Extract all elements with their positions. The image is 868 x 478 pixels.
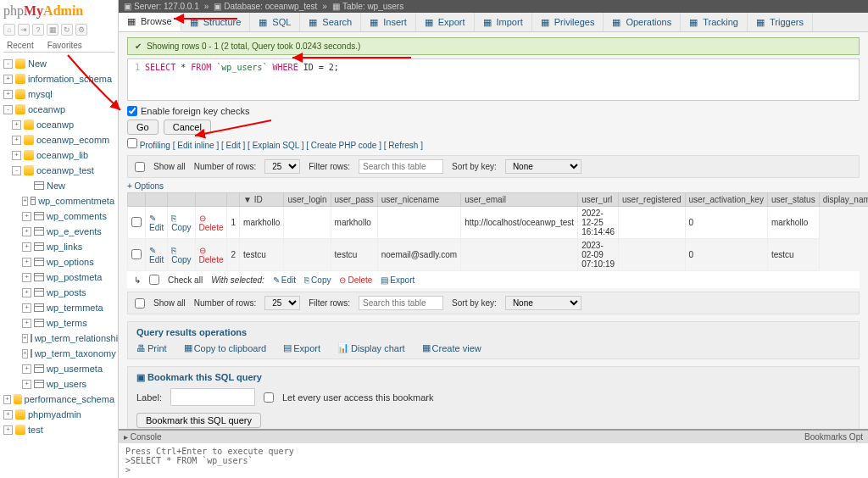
tree-item-oceanwp[interactable]: +oceanwp xyxy=(3,117,114,132)
expand-icon[interactable]: + xyxy=(22,303,31,313)
expand-icon[interactable]: + xyxy=(22,288,31,297)
export-button[interactable]: ▤ Export xyxy=(283,342,320,353)
crumb-db[interactable]: ▣ Database: oceanwp_test xyxy=(214,2,317,11)
fk-checkbox[interactable] xyxy=(127,106,137,116)
tab-export[interactable]: ▦Export xyxy=(416,13,475,31)
tree-item-test[interactable]: +test xyxy=(3,422,114,437)
row-copy-button[interactable]: ⎘ Copy xyxy=(171,246,191,264)
tree-item-wp_options[interactable]: +wp_options xyxy=(3,254,114,270)
go-button[interactable]: Go xyxy=(127,119,159,135)
tree-item-wp_term_taxonomy[interactable]: +wp_term_taxonomy xyxy=(3,346,114,361)
expand-icon[interactable]: + xyxy=(3,395,11,404)
refresh-link[interactable]: Refresh xyxy=(388,141,418,150)
profiling-link[interactable]: Profiling xyxy=(140,141,170,150)
favorites-tab[interactable]: Favorites xyxy=(44,39,86,52)
explain-sql-link[interactable]: Explain SQL xyxy=(253,141,299,150)
show-all-checkbox-2[interactable] xyxy=(135,298,145,308)
tree-item-New[interactable]: New xyxy=(3,178,114,193)
bulk-export-button[interactable]: ▤ Export xyxy=(381,275,415,285)
chart-button[interactable]: 📊 Display chart xyxy=(337,342,405,353)
col-user_login[interactable]: user_login xyxy=(284,193,331,207)
tree-item-phpmyadmin[interactable]: +phpmyadmin xyxy=(3,407,114,422)
tree-item-wp_terms[interactable]: +wp_terms xyxy=(3,315,114,331)
expand-icon[interactable]: - xyxy=(3,59,13,69)
bulk-edit-button[interactable]: ✎ Edit xyxy=(273,275,296,285)
row-checkbox[interactable] xyxy=(131,217,142,227)
tree-item-wp_users[interactable]: +wp_users xyxy=(3,376,114,392)
expand-icon[interactable]: + xyxy=(3,75,13,84)
expand-icon[interactable]: - xyxy=(3,105,13,114)
col-user_activation_key[interactable]: user_activation_key xyxy=(685,193,767,207)
filter-input[interactable] xyxy=(359,159,443,174)
docs-icon[interactable]: ? xyxy=(32,24,44,36)
bookmark-input[interactable] xyxy=(170,388,255,406)
tree-item-performance_schema[interactable]: +performance_schema xyxy=(3,392,114,407)
tree-item-oceanwp_ecomm[interactable]: +oceanwp_ecomm xyxy=(3,132,114,147)
col-display_name[interactable]: display_name xyxy=(819,193,868,207)
expand-icon[interactable]: + xyxy=(12,136,21,145)
home-icon[interactable]: ⌂ xyxy=(3,24,15,36)
edit-link[interactable]: Edit xyxy=(226,141,241,150)
tree-item-information_schema[interactable]: +information_schema xyxy=(3,71,114,86)
expand-icon[interactable]: + xyxy=(22,273,31,282)
console-prompt[interactable]: > xyxy=(125,465,861,475)
expand-icon[interactable]: + xyxy=(22,364,31,374)
col-user_nicename[interactable]: user_nicename xyxy=(377,193,460,207)
tree-item-mysql[interactable]: +mysql xyxy=(3,86,114,102)
expand-icon[interactable]: + xyxy=(22,227,31,236)
expand-icon[interactable]: + xyxy=(22,319,31,328)
options-toggle[interactable]: + Options xyxy=(127,181,860,191)
cancel-button[interactable]: Cancel xyxy=(164,119,211,135)
tab-privileges[interactable]: ▦Privileges xyxy=(532,13,604,31)
tab-insert[interactable]: ▦Insert xyxy=(361,13,416,31)
row-edit-button[interactable]: ✎ Edit xyxy=(149,246,164,264)
reload-icon[interactable]: ↻ xyxy=(61,24,73,36)
create-view-button[interactable]: ▦ Create view xyxy=(422,342,481,353)
show-all-checkbox[interactable] xyxy=(135,162,145,172)
console-sql[interactable]: >SELECT * FROM `wp_users` xyxy=(125,456,861,465)
expand-icon[interactable]: + xyxy=(22,197,28,206)
expand-icon[interactable]: + xyxy=(22,349,28,358)
tab-import[interactable]: ▦Import xyxy=(475,13,532,31)
filter-input-2[interactable] xyxy=(359,296,443,310)
num-rows-select-2[interactable]: 25 xyxy=(264,296,300,310)
expand-icon[interactable]: + xyxy=(3,425,13,435)
tab-browse[interactable]: ▦Browse xyxy=(119,13,181,31)
col-user_pass[interactable]: user_pass xyxy=(331,193,377,207)
tree-item-oceanwp_test[interactable]: -oceanwp_test xyxy=(3,163,114,178)
tree-item-New[interactable]: -New xyxy=(3,56,114,71)
tab-tracking[interactable]: ▦Tracking xyxy=(681,13,748,31)
row-checkbox[interactable] xyxy=(131,249,142,259)
console-title[interactable]: ▸ Console xyxy=(124,432,161,442)
col-user_url[interactable]: user_url xyxy=(578,193,619,207)
tab-sql[interactable]: ▦SQL xyxy=(250,13,300,31)
expand-icon[interactable]: + xyxy=(22,242,31,252)
row-delete-button[interactable]: ⊖ Delete xyxy=(199,214,224,232)
expand-icon[interactable]: + xyxy=(12,151,21,160)
row-delete-button[interactable]: ⊖ Delete xyxy=(199,246,224,264)
profiling-checkbox[interactable] xyxy=(127,138,137,148)
expand-icon[interactable]: + xyxy=(12,120,21,130)
row-edit-button[interactable]: ✎ Edit xyxy=(149,214,164,232)
expand-icon[interactable]: + xyxy=(3,90,13,99)
bookmark-share-checkbox[interactable] xyxy=(264,392,274,403)
tree-item-wp_termmeta[interactable]: +wp_termmeta xyxy=(3,300,114,315)
sql-icon[interactable]: ▦ xyxy=(47,24,58,36)
tree-item-wp_term_relationships[interactable]: +wp_term_relationships xyxy=(3,331,114,346)
crumb-table[interactable]: ▦ Table: wp_users xyxy=(332,2,403,11)
sort-select[interactable]: None xyxy=(505,159,581,174)
crumb-server[interactable]: ▣ Server: 127.0.0.1 xyxy=(124,2,199,11)
sort-select-2[interactable]: None xyxy=(505,296,581,310)
tab-structure[interactable]: ▦Structure xyxy=(181,13,251,31)
tab-triggers[interactable]: ▦Triggers xyxy=(748,13,813,31)
tree-item-oceanwp_lib[interactable]: +oceanwp_lib xyxy=(3,147,114,163)
col-user_email[interactable]: user_email xyxy=(461,193,578,207)
copy-clipboard-button[interactable]: ▦ Copy to clipboard xyxy=(184,342,267,353)
check-all-checkbox[interactable] xyxy=(149,275,159,285)
tree-item-wp_comments[interactable]: +wp_comments xyxy=(3,208,114,224)
col-ID[interactable]: ▼ ID xyxy=(240,193,284,207)
logout-icon[interactable]: ⇥ xyxy=(18,24,30,36)
console-links[interactable]: Bookmarks Opt xyxy=(804,432,863,442)
row-copy-button[interactable]: ⎘ Copy xyxy=(171,214,191,232)
expand-icon[interactable]: - xyxy=(12,166,21,175)
